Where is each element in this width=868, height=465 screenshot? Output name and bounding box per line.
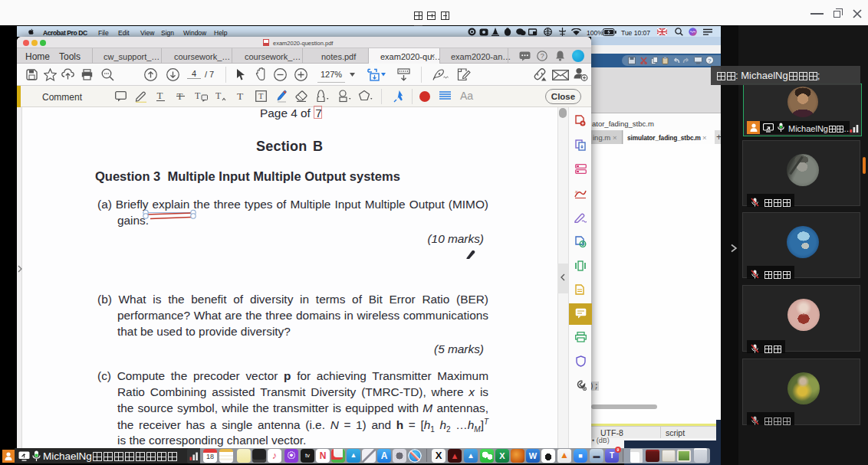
svg-text:T: T	[157, 90, 163, 101]
svg-text:T: T	[195, 90, 201, 101]
svg-text:?: ?	[708, 57, 712, 64]
svg-text:T: T	[215, 90, 222, 101]
svg-text:?: ?	[541, 51, 544, 60]
svg-text:T: T	[237, 90, 244, 102]
svg-text:T: T	[258, 92, 264, 100]
